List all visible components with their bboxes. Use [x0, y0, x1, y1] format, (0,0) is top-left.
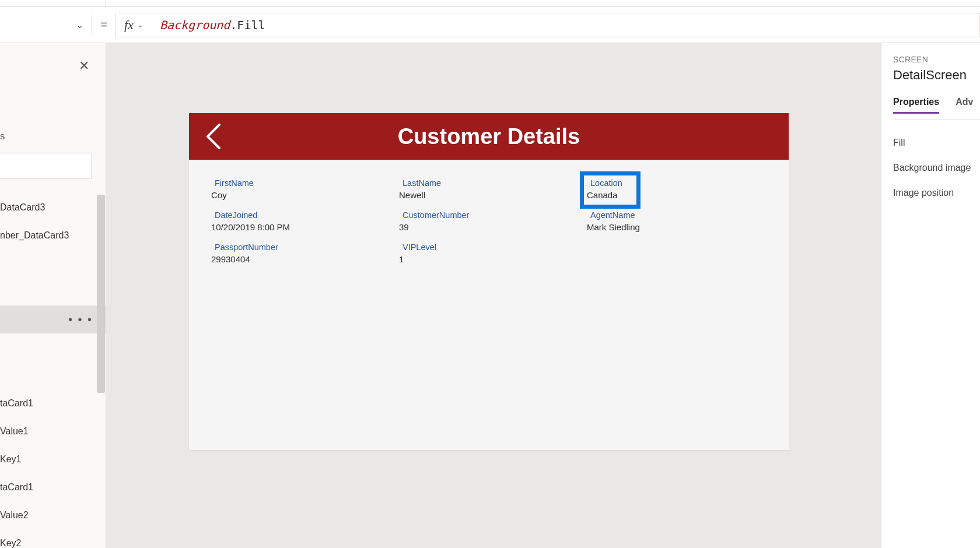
- formula-input[interactable]: Background.Fill: [152, 13, 980, 37]
- design-canvas[interactable]: Customer Details FirstName Coy LastName …: [106, 43, 881, 548]
- chevron-left-icon: [202, 121, 225, 152]
- card-agentname[interactable]: AgentName Mark Siedling: [586, 208, 768, 234]
- card-label: CustomerNumber: [399, 210, 579, 220]
- divider: [893, 120, 980, 120]
- tree-item-selected[interactable]: • • •: [0, 305, 106, 333]
- fx-button[interactable]: fx ⌄: [116, 13, 152, 37]
- card-value: Coy: [211, 190, 391, 200]
- prop-row-imageposition[interactable]: Image position: [893, 181, 980, 206]
- tree-search-input[interactable]: [0, 153, 92, 178]
- properties-panel: SCREEN DetailScreen Properties Adv Fill …: [881, 43, 980, 548]
- detail-form: FirstName Coy LastName Newell Location C…: [189, 160, 789, 450]
- screen-title: Customer Details: [189, 124, 789, 149]
- prop-row-fill[interactable]: Fill: [893, 131, 980, 156]
- tree-items: DataCard3 nber_DataCard3 • • • taCard1 V…: [0, 194, 106, 548]
- card-label: AgentName: [587, 210, 766, 220]
- tree-item-label: taCard1: [0, 482, 33, 493]
- ribbon-bar: [0, 0, 980, 7]
- card-value: 39: [399, 222, 579, 232]
- tree-view-panel: ✕ s DataCard3 nber_DataCard3 • • • taCar…: [0, 43, 106, 548]
- card-customernumber[interactable]: CustomerNumber 39: [398, 208, 580, 234]
- card-label: Location: [587, 178, 766, 188]
- card-value: Canada: [587, 190, 766, 200]
- formula-bar: ⌄ = fx ⌄ Background.Fill: [0, 7, 980, 43]
- tree-item-label: DataCard3: [0, 202, 45, 213]
- card-label: DateJoined: [211, 210, 391, 220]
- card-value: Mark Siedling: [587, 222, 766, 232]
- card-firstname[interactable]: FirstName Coy: [210, 176, 392, 202]
- card-label: PassportNumber: [211, 243, 391, 252]
- card-label: VIPLevel: [399, 243, 579, 252]
- tab-properties[interactable]: Properties: [893, 97, 939, 114]
- screen-label: SCREEN: [893, 55, 980, 64]
- main-layout: ✕ s DataCard3 nber_DataCard3 • • • taCar…: [0, 43, 980, 548]
- equals-label: =: [92, 18, 116, 31]
- tree-item-label: Key1: [0, 454, 21, 465]
- detail-screen[interactable]: Customer Details FirstName Coy LastName …: [189, 113, 789, 450]
- card-value: 10/20/2019 8:00 PM: [211, 222, 391, 232]
- card-passportnumber[interactable]: PassportNumber 29930404: [210, 240, 392, 266]
- card-value: Newell: [399, 190, 579, 200]
- ribbon-separator: [106, 0, 106, 7]
- more-icon[interactable]: • • •: [68, 313, 93, 326]
- tree-item-label: nber_DataCard3: [0, 230, 69, 241]
- card-label: FirstName: [211, 178, 391, 188]
- card-datejoined[interactable]: DateJoined 10/20/2019 8:00 PM: [210, 208, 392, 234]
- tab-advanced[interactable]: Adv: [956, 97, 973, 114]
- tree-item[interactable]: taCard1: [0, 389, 106, 417]
- screen-name: DetailScreen: [893, 68, 980, 83]
- card-value: 29930404: [211, 254, 391, 264]
- tree-item[interactable]: nber_DataCard3: [0, 222, 106, 250]
- close-icon[interactable]: ✕: [79, 58, 89, 73]
- tree-item-label: Value1: [0, 426, 29, 437]
- card-lastname[interactable]: LastName Newell: [398, 176, 580, 202]
- chevron-down-icon: ⌄: [137, 20, 144, 29]
- tree-item-label: Key2: [0, 538, 21, 548]
- card-label: LastName: [399, 178, 579, 188]
- tree-item[interactable]: Key2: [0, 529, 106, 548]
- formula-property: .Fill: [230, 18, 265, 32]
- tree-scrollbar[interactable]: [97, 195, 105, 393]
- card-location[interactable]: Location Canada: [586, 176, 768, 202]
- back-button[interactable]: [202, 121, 225, 152]
- chevron-down-icon: ⌄: [76, 19, 83, 30]
- tree-item[interactable]: Value2: [0, 501, 106, 529]
- card-value: 1: [399, 254, 579, 264]
- tree-header-suffix: s: [0, 131, 5, 142]
- tree-item-label: Value2: [0, 510, 29, 521]
- property-selector[interactable]: ⌄: [0, 13, 92, 37]
- prop-row-backgroundimage[interactable]: Background image: [893, 156, 980, 181]
- tree-item[interactable]: DataCard3: [0, 194, 106, 222]
- tree-item[interactable]: Value1: [0, 417, 106, 445]
- tree-item-label: taCard1: [0, 398, 33, 409]
- card-viplevel[interactable]: VIPLevel 1: [398, 240, 580, 266]
- formula-object: Background: [160, 18, 230, 32]
- properties-tabs: Properties Adv: [893, 97, 980, 114]
- tree-item[interactable]: taCard1: [0, 473, 106, 501]
- fx-icon: fx: [124, 17, 134, 33]
- screen-header: Customer Details: [189, 113, 789, 160]
- tree-item[interactable]: Key1: [0, 445, 106, 473]
